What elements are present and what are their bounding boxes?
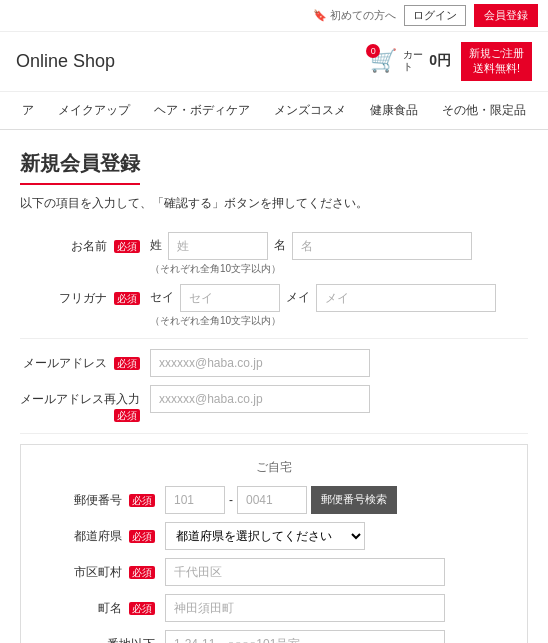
email-confirm-fields bbox=[150, 385, 528, 413]
zip-fields: - 郵便番号検索 bbox=[165, 486, 513, 514]
email-label: メールアドレス 必須 bbox=[20, 349, 150, 372]
town-row: 町名 必須 bbox=[35, 594, 513, 622]
city-fields bbox=[165, 558, 513, 586]
new-member-line2: 送料無料! bbox=[469, 61, 524, 76]
kana-label: フリガナ 必須 bbox=[20, 284, 150, 307]
email-confirm-row: メールアドレス再入力 必須 bbox=[20, 385, 528, 423]
zip-search-button[interactable]: 郵便番号検索 bbox=[311, 486, 397, 514]
top-bar: 🔖 初めての方へ ログイン 会員登録 bbox=[0, 0, 548, 32]
divider-1 bbox=[20, 338, 528, 339]
last-name-input[interactable] bbox=[168, 232, 268, 260]
email-row: メールアドレス 必須 bbox=[20, 349, 528, 377]
address-detail-fields bbox=[165, 630, 513, 643]
header-right: 🛒 0 カート 0円 新規ご注册 送料無料! bbox=[370, 42, 532, 81]
prefecture-select[interactable]: 都道府県を選択してください bbox=[165, 522, 365, 550]
name-inputs-inline: 姓 名 bbox=[150, 232, 528, 260]
first-visit-link[interactable]: 🔖 初めての方へ bbox=[313, 8, 396, 23]
email-confirm-label: メールアドレス再入力 必須 bbox=[20, 385, 150, 423]
kana-inputs-inline: セイ メイ bbox=[150, 284, 528, 312]
navigation: ア メイクアップ ヘア・ボディケア メンズコスメ 健康食品 その他・限定品 アウ… bbox=[0, 92, 548, 130]
cart-price: 0円 bbox=[429, 52, 451, 70]
town-label: 町名 必須 bbox=[35, 594, 165, 617]
main-content: 新規会員登録 以下の項目を入力して、「確認する」ボタンを押してください。 お名前… bbox=[0, 130, 548, 643]
name-hint: （それぞれ全角10文字以内） bbox=[150, 262, 528, 276]
address-section: ご自宅 郵便番号 必須 - 郵便番号検索 bbox=[20, 444, 528, 643]
cart-badge: 0 bbox=[366, 44, 380, 58]
email-confirm-required: 必須 bbox=[114, 409, 140, 422]
prefecture-fields: 都道府県を選択してください bbox=[165, 522, 513, 550]
form-description: 以下の項目を入力して、「確認する」ボタンを押してください。 bbox=[20, 195, 528, 212]
cart-icon: 🛒 0 bbox=[370, 48, 397, 74]
divider-2 bbox=[20, 433, 528, 434]
name-label: お名前 必須 bbox=[20, 232, 150, 255]
login-button[interactable]: ログイン bbox=[404, 5, 466, 26]
first-name-input[interactable] bbox=[292, 232, 472, 260]
new-member-line1: 新規ご注册 bbox=[469, 46, 524, 61]
registration-form: お名前 必須 姓 名 （それぞれ全角10文字以内） フリガナ 必須 bbox=[20, 232, 528, 643]
kana-last-input[interactable] bbox=[180, 284, 280, 312]
city-input[interactable] bbox=[165, 558, 445, 586]
last-name-sub-label: 姓 bbox=[150, 237, 162, 254]
bookmark-icon: 🔖 bbox=[313, 9, 327, 21]
town-input[interactable] bbox=[165, 594, 445, 622]
nav-item-0[interactable]: ア bbox=[10, 92, 46, 129]
town-fields bbox=[165, 594, 513, 622]
city-required: 必須 bbox=[129, 566, 155, 579]
site-logo: Online Shop bbox=[16, 51, 115, 72]
name-row: お名前 必須 姓 名 （それぞれ全角10文字以内） bbox=[20, 232, 528, 276]
prefecture-label: 都道府県 必須 bbox=[35, 522, 165, 545]
kana-last-sub-label: セイ bbox=[150, 289, 174, 306]
city-row: 市区町村 必須 bbox=[35, 558, 513, 586]
register-top-button[interactable]: 会員登録 bbox=[474, 4, 538, 27]
address-detail-input[interactable] bbox=[165, 630, 445, 643]
address-detail-label: 番地以下 bbox=[35, 630, 165, 643]
nav-item-hair[interactable]: ヘア・ボディケア bbox=[142, 92, 262, 129]
address-section-title: ご自宅 bbox=[35, 459, 513, 476]
prefecture-row: 都道府県 必須 都道府県を選択してください bbox=[35, 522, 513, 550]
nav-item-makeup[interactable]: メイクアップ bbox=[46, 92, 142, 129]
address-detail-row: 番地以下 bbox=[35, 630, 513, 643]
nav-item-outlet[interactable]: アウトレット bbox=[538, 92, 548, 129]
nav-item-health[interactable]: 健康食品 bbox=[358, 92, 430, 129]
zip-required: 必須 bbox=[129, 494, 155, 507]
town-required: 必須 bbox=[129, 602, 155, 615]
email-confirm-input[interactable] bbox=[150, 385, 370, 413]
city-label: 市区町村 必須 bbox=[35, 558, 165, 581]
kana-required: 必須 bbox=[114, 292, 140, 305]
name-fields: 姓 名 （それぞれ全角10文字以内） bbox=[150, 232, 528, 276]
kana-hint: （それぞれ全角10文字以内） bbox=[150, 314, 528, 328]
zip-inputs-inline: - 郵便番号検索 bbox=[165, 486, 513, 514]
page-title: 新規会員登録 bbox=[20, 150, 140, 185]
new-member-banner[interactable]: 新規ご注册 送料無料! bbox=[461, 42, 532, 81]
zip-row: 郵便番号 必須 - 郵便番号検索 bbox=[35, 486, 513, 514]
kana-first-sub-label: メイ bbox=[286, 289, 310, 306]
kana-row: フリガナ 必須 セイ メイ （それぞれ全角10文字以内） bbox=[20, 284, 528, 328]
zip-label: 郵便番号 必須 bbox=[35, 486, 165, 509]
kana-first-input[interactable] bbox=[316, 284, 496, 312]
zip-input-2[interactable] bbox=[237, 486, 307, 514]
header: Online Shop 🛒 0 カート 0円 新規ご注册 送料無料! bbox=[0, 32, 548, 92]
prefecture-required: 必須 bbox=[129, 530, 155, 543]
cart-area[interactable]: 🛒 0 カート 0円 bbox=[370, 48, 451, 74]
name-required: 必須 bbox=[114, 240, 140, 253]
first-name-sub-label: 名 bbox=[274, 237, 286, 254]
cart-label: カート bbox=[403, 49, 423, 73]
email-required: 必須 bbox=[114, 357, 140, 370]
nav-item-other[interactable]: その他・限定品 bbox=[430, 92, 538, 129]
kana-fields: セイ メイ （それぞれ全角10文字以内） bbox=[150, 284, 528, 328]
zip-input-1[interactable] bbox=[165, 486, 225, 514]
email-input[interactable] bbox=[150, 349, 370, 377]
zip-separator: - bbox=[229, 493, 233, 507]
email-fields bbox=[150, 349, 528, 377]
nav-item-mens[interactable]: メンズコスメ bbox=[262, 92, 358, 129]
